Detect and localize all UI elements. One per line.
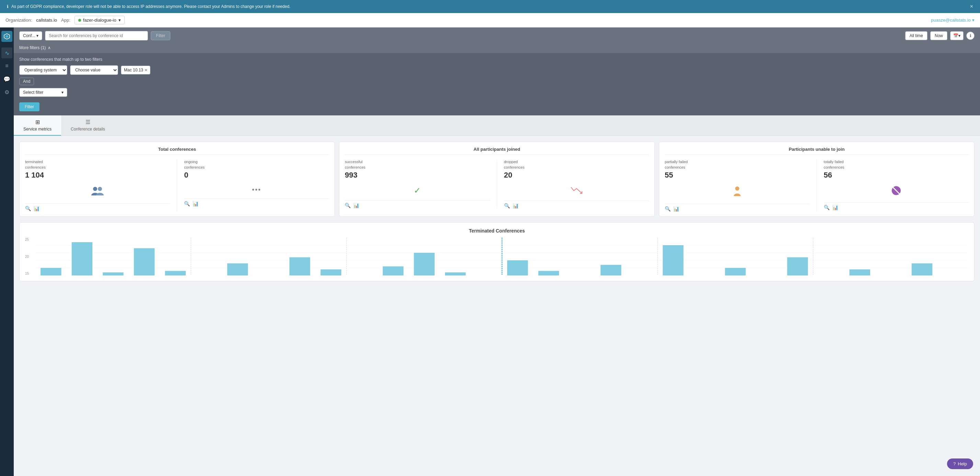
dropped-conferences-item: dropped conferences 20 [504,160,649,209]
block-icon [891,186,901,197]
all-participants-items: successful conferences 993 ✓ 🔍 📊 [345,160,649,209]
org-label: Organization: [5,18,32,23]
partially-failed-label-2: conferences [665,165,810,169]
tab-conference-details[interactable]: ☰ Conference details [61,115,115,136]
y-label-25: 25 [25,238,29,242]
user-menu[interactable]: puasze@callstats.io ▾ [931,18,975,23]
y-label-15: 15 [25,272,29,275]
tabs-bar: ⊞ Service metrics ☰ Conference details [14,115,980,136]
app-dropdown-icon: ▾ [118,18,121,23]
ongoing-search-icon[interactable]: 🔍 [184,201,190,206]
sidebar-item-analytics[interactable]: ∿ [2,48,12,58]
y-label-20: 20 [25,255,29,259]
svg-rect-17 [72,242,92,275]
terminated-label-1: terminated [25,160,170,164]
select-filter-dropdown[interactable]: Select filter ▾ [19,88,67,97]
info-icon: ℹ [970,33,971,38]
ongoing-conferences-item: ongoing conferences 0 ••• 🔍 📊 [184,160,329,211]
partially-failed-item: partially failed conferences 55 [665,160,810,212]
help-button[interactable]: ? Help [947,458,973,469]
partially-failed-label-1: partially failed [665,160,810,164]
sidebar-item-chat[interactable]: 💬 [2,73,12,84]
svg-rect-24 [290,257,310,275]
and-button[interactable]: And [19,78,34,85]
dropped-search-icon[interactable]: 🔍 [504,203,510,209]
filter-apply-button[interactable]: Filter [151,31,170,40]
expanded-filter-button[interactable]: Filter [19,102,40,111]
svg-point-2 [735,186,739,191]
user-email: puasze@callstats.io [931,18,971,23]
os-filter-select[interactable]: Operating system [19,65,67,75]
successful-chart-icon[interactable]: 📊 [353,203,359,208]
svg-rect-31 [507,260,528,275]
totally-failed-footer: 🔍 📊 [824,202,969,210]
chart-title: Terminated Conferences [25,228,969,234]
partially-failed-search-icon[interactable]: 🔍 [665,206,671,212]
notification-banner: ℹ As part of GDPR compliance, developer … [0,0,980,13]
participants-divider [497,160,497,209]
people-icon [91,186,104,199]
ongoing-icon-area: ••• [184,182,329,197]
totally-failed-icon-area [824,182,969,201]
partially-failed-chart-icon[interactable]: 📊 [673,206,679,212]
sidebar-item-settings[interactable]: ⚙ [2,86,12,97]
terminated-chart-icon[interactable]: 📊 [33,206,40,211]
svg-rect-20 [165,271,186,275]
total-divider [177,160,177,211]
more-filters-toggle[interactable]: More filters (1) ∧ [14,44,980,53]
sidebar: ∿ ≡ 💬 ⚙ ? [0,27,14,476]
select-filter-chevron: ▾ [62,90,64,95]
all-participants-card: All participants joined successful confe… [339,142,654,217]
ongoing-value: 0 [184,171,329,180]
mac-tag-remove[interactable]: × [145,67,147,73]
now-button[interactable]: Now [930,31,947,40]
svg-point-0 [93,187,97,191]
terminated-conferences-chart-card: Terminated Conferences 25 20 15 [19,222,975,281]
app-name: fazer-dialogue-io [83,18,116,23]
total-conferences-card: Total conferences terminated conferences… [19,142,335,217]
service-metrics-tab-label: Service metrics [23,127,51,132]
partially-failed-icon-area [665,182,810,202]
totally-failed-label-1: totally failed [824,160,969,164]
sidebar-item-list[interactable]: ≡ [2,60,12,72]
tab-service-metrics[interactable]: ⊞ Service metrics [14,115,61,136]
logo [2,31,12,42]
successful-search-icon[interactable]: 🔍 [345,203,351,208]
unable-divider [816,160,817,212]
successful-value: 993 [345,171,490,180]
terminated-search-icon[interactable]: 🔍 [25,206,31,211]
svg-rect-36 [663,245,683,275]
calendar-button[interactable]: 📅▾ [950,31,964,40]
select-filter-label: Select filter [23,90,43,95]
svg-rect-42 [850,269,870,275]
conf-dropdown-icon: ▾ [37,33,38,38]
conference-details-tab-label: Conference details [71,127,105,132]
ongoing-chart-icon[interactable]: 📊 [192,201,199,206]
svg-point-1 [98,187,102,191]
checkmark-icon: ✓ [414,186,421,196]
chart-svg [35,238,969,275]
search-input[interactable] [45,31,148,41]
conference-type-button[interactable]: Conf... ▾ [19,31,42,40]
close-notification-button[interactable]: × [970,3,973,10]
svg-rect-28 [414,253,434,275]
terminated-value: 1 104 [25,171,170,180]
app-selector[interactable]: fazer-dialogue-io ▾ [75,16,125,24]
value-filter-select[interactable]: Choose value [70,65,118,75]
totally-failed-label-2: conferences [824,165,969,169]
all-time-button[interactable]: All time [905,31,928,40]
info-button[interactable]: ℹ [966,32,975,40]
totally-failed-item: totally failed conferences 56 [824,160,969,212]
svg-rect-25 [321,269,341,275]
partially-failed-value: 55 [665,171,810,180]
participants-unable-title: Participants unable to join [665,146,969,155]
partially-failed-footer: 🔍 📊 [665,204,810,212]
totally-failed-chart-icon[interactable]: 📊 [832,205,838,210]
svg-rect-22 [228,263,248,275]
total-conferences-items: terminated conferences 1 104 [25,160,329,211]
svg-rect-32 [538,271,559,275]
app-label: App: [61,18,70,23]
dropped-chart-icon[interactable]: 📊 [513,203,519,209]
totally-failed-search-icon[interactable]: 🔍 [824,205,830,210]
svg-rect-44 [912,263,932,275]
